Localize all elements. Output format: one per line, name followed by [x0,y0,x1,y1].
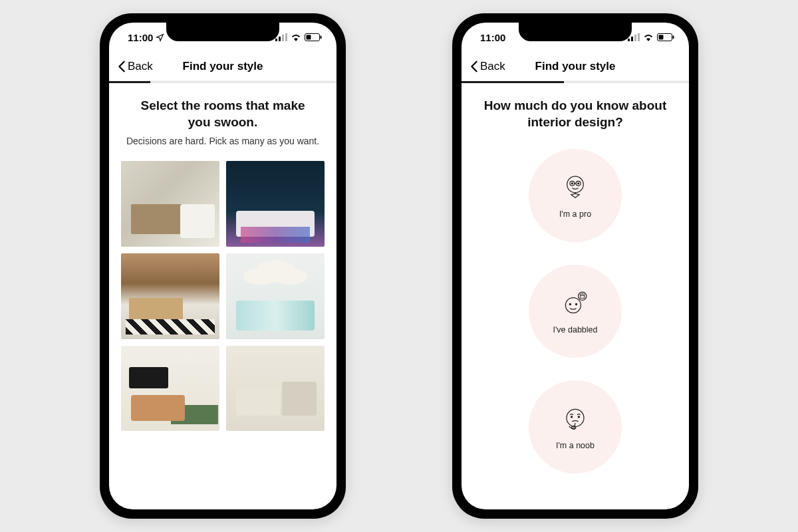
svg-rect-7 [628,39,630,41]
status-time: 11:00 [480,32,505,43]
svg-rect-25 [581,295,585,299]
battery-icon [657,33,674,41]
svg-point-23 [575,304,577,305]
content-area: How much do you know about interior desi… [462,83,689,509]
nav-bar: Back Find your style [462,52,689,81]
svg-rect-8 [631,37,633,41]
option-dabbled[interactable]: I've dabbled [529,265,622,358]
svg-rect-6 [321,36,322,39]
svg-rect-13 [673,36,674,39]
phone-mockup-left: 11:00 Back Find your style Select the ro… [100,13,346,519]
page-heading: How much do you know about interior desi… [473,98,677,130]
svg-point-21 [565,298,581,313]
dabbled-face-icon [560,288,591,319]
wifi-icon [643,33,654,41]
svg-rect-5 [307,35,311,40]
room-grid [121,161,325,431]
back-button[interactable]: Back [117,60,153,73]
svg-rect-10 [638,33,640,41]
svg-rect-0 [275,39,277,41]
room-tile[interactable] [226,161,325,247]
nav-title: Find your style [535,60,616,73]
svg-point-29 [571,416,573,418]
room-tile[interactable] [121,346,219,432]
room-tile[interactable] [121,253,219,339]
location-arrow-icon [156,33,164,42]
svg-point-22 [569,304,571,305]
page-heading: Select the rooms that make you swoon. [121,98,325,130]
svg-point-14 [567,177,584,194]
pro-face-icon [560,172,591,203]
back-button[interactable]: Back [469,60,505,73]
phone-screen: 11:00 Back Find your style Select the ro… [109,23,336,509]
option-pro[interactable]: I'm a pro [529,149,622,242]
option-label: I'm a pro [559,209,591,219]
svg-point-18 [571,183,573,184]
nav-title: Find your style [183,60,263,73]
room-tile[interactable] [226,346,325,432]
option-label: I'm a noob [556,441,595,450]
noob-face-icon [560,404,591,434]
options-list: I'm a pro I've dabbled [473,149,677,473]
phone-mockup-right: 11:00 Back Find your style How much do y… [452,13,698,519]
svg-rect-12 [659,35,664,40]
room-tile[interactable] [121,161,219,247]
phone-notch [519,23,632,41]
battery-icon [305,33,322,41]
svg-rect-3 [285,33,287,41]
back-label: Back [128,60,153,73]
svg-rect-2 [282,35,284,41]
chevron-left-icon [469,61,479,72]
nav-bar: Back Find your style [109,52,336,81]
phone-screen: 11:00 Back Find your style How much do y… [462,23,689,509]
option-label: I've dabbled [553,325,597,334]
svg-point-19 [578,183,579,184]
wifi-icon [291,33,301,41]
svg-point-30 [578,416,579,418]
phone-notch [166,23,279,41]
room-tile[interactable] [226,253,325,339]
page-subheading: Decisions are hard. Pick as many as you … [121,136,325,146]
svg-rect-1 [279,37,281,41]
option-noob[interactable]: I'm a noob [529,380,622,473]
back-label: Back [480,60,505,73]
chevron-left-icon [117,61,126,72]
svg-rect-9 [634,35,636,41]
content-area: Select the rooms that make you swoon. De… [109,83,336,509]
status-time: 11:00 [128,32,153,43]
